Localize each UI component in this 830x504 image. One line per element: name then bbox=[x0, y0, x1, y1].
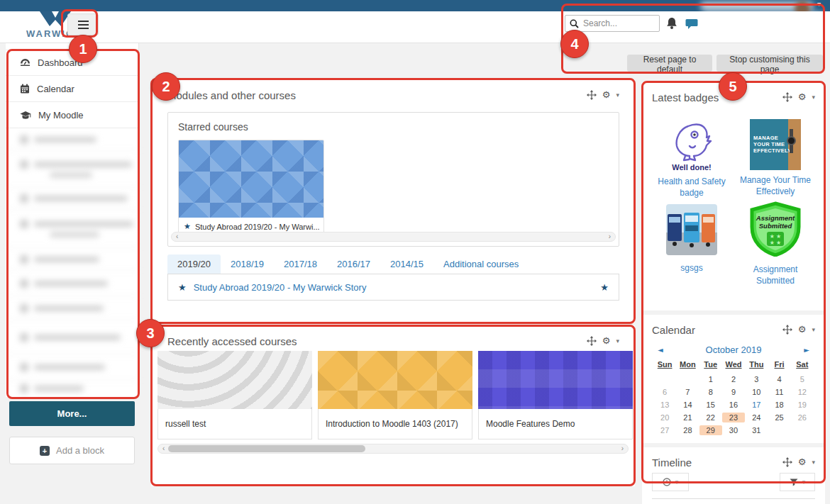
move-block-icon[interactable] bbox=[782, 457, 792, 467]
star-toggle-icon[interactable]: ★ bbox=[600, 282, 609, 293]
calendar-day[interactable]: 11 bbox=[768, 387, 790, 397]
calendar-day[interactable]: 10 bbox=[745, 387, 768, 397]
sidebar-item-blurred[interactable] bbox=[6, 210, 138, 248]
move-block-icon[interactable] bbox=[587, 336, 597, 346]
day-header[interactable]: Tue bbox=[699, 360, 722, 369]
timeline-filter-dropdown[interactable]: ▾ bbox=[780, 473, 815, 491]
recent-course-card[interactable]: Moodle Features Demo bbox=[478, 351, 633, 439]
day-header[interactable]: Fri bbox=[768, 360, 790, 369]
day-header[interactable]: Sat bbox=[791, 360, 814, 369]
move-block-icon[interactable] bbox=[587, 90, 597, 100]
chevron-down-icon[interactable]: ▾ bbox=[616, 337, 619, 345]
calendar-day[interactable]: 9 bbox=[722, 387, 745, 397]
prev-month-icon[interactable]: ◄ bbox=[652, 346, 669, 354]
calendar-day[interactable]: 26 bbox=[791, 413, 814, 422]
calendar-day[interactable]: 23 bbox=[722, 413, 745, 422]
search-input[interactable] bbox=[583, 18, 651, 28]
add-a-block-button[interactable]: + Add a block bbox=[9, 437, 135, 464]
starred-courses-scrollbar[interactable]: ‹ › bbox=[171, 232, 616, 242]
stop-customising-button[interactable]: Stop customising this page bbox=[716, 55, 823, 72]
star-icon[interactable]: ★ bbox=[178, 282, 187, 293]
scroll-left-icon[interactable]: ‹ bbox=[176, 233, 178, 241]
calendar-day[interactable]: 2 bbox=[722, 374, 745, 384]
next-month-icon[interactable]: ► bbox=[798, 346, 815, 354]
calendar-day[interactable]: 13 bbox=[653, 400, 676, 410]
user-menu-caret-icon[interactable]: ▾ bbox=[817, 1, 821, 8]
calendar-day[interactable]: 14 bbox=[676, 400, 699, 410]
calendar-day[interactable]: 16 bbox=[722, 400, 745, 410]
calendar-day[interactable]: 3 bbox=[745, 374, 768, 384]
tab-2017-18[interactable]: 2017/18 bbox=[274, 254, 327, 274]
calendar-day[interactable]: 5 bbox=[791, 374, 814, 384]
timeline-sort-dropdown[interactable]: ▾ bbox=[652, 473, 689, 491]
notifications-bell-icon[interactable] bbox=[666, 17, 677, 30]
calendar-day[interactable]: 12 bbox=[791, 387, 814, 397]
gear-icon[interactable]: ⚙ bbox=[602, 335, 611, 346]
sidebar-item-blurred[interactable] bbox=[6, 248, 138, 271]
sidebar-item-blurred[interactable] bbox=[6, 151, 138, 188]
sidebar-item-blurred[interactable] bbox=[6, 381, 138, 396]
gear-icon[interactable]: ⚙ bbox=[798, 457, 807, 467]
scroll-left-icon[interactable]: ‹ bbox=[162, 444, 165, 453]
tab-additional-courses[interactable]: Additional courses bbox=[433, 254, 529, 274]
calendar-day[interactable]: 25 bbox=[768, 413, 790, 422]
chevron-down-icon[interactable]: ▾ bbox=[812, 459, 815, 466]
calendar-day[interactable]: 1 bbox=[699, 374, 722, 384]
calendar-day[interactable]: 29 bbox=[699, 425, 722, 435]
badge-sgsgs[interactable]: sgsgs bbox=[651, 204, 733, 274]
sidebar-item-my-moodle[interactable]: My Moodle bbox=[6, 102, 138, 128]
move-block-icon[interactable] bbox=[782, 325, 792, 335]
badge-health-and-safety[interactable]: Well done! Health and Safety badge bbox=[651, 119, 733, 198]
calendar-day[interactable]: 4 bbox=[768, 374, 790, 384]
day-header[interactable]: Thu bbox=[745, 360, 768, 369]
recent-course-card[interactable]: russell test bbox=[157, 351, 312, 439]
calendar-day[interactable]: 21 bbox=[676, 413, 699, 422]
gear-icon[interactable]: ⚙ bbox=[798, 91, 807, 102]
calendar-day[interactable]: 8 bbox=[699, 387, 722, 397]
calendar-month-label[interactable]: October 2019 bbox=[669, 345, 799, 355]
sidebar-item-blurred[interactable] bbox=[6, 320, 138, 354]
sidebar-item-blurred[interactable] bbox=[6, 354, 138, 381]
calendar-day[interactable]: 31 bbox=[745, 425, 768, 435]
calendar-day[interactable]: 18 bbox=[768, 400, 790, 410]
recent-course-card[interactable]: Introduction to Moodle 1403 (2017) bbox=[318, 351, 472, 439]
day-header[interactable]: Sun bbox=[653, 360, 676, 369]
calendar-day[interactable]: 22 bbox=[699, 413, 722, 422]
sidebar-more-button[interactable]: More... bbox=[9, 401, 135, 426]
day-header[interactable]: Wed bbox=[722, 360, 745, 369]
tab-2016-17[interactable]: 2016/17 bbox=[327, 254, 380, 274]
calendar-day[interactable]: 24 bbox=[745, 413, 768, 422]
chevron-down-icon[interactable]: ▾ bbox=[616, 91, 619, 99]
badge-manage-your-time[interactable]: MANAGE YOUR TIME EFFECTIVELY Manage Your… bbox=[734, 119, 817, 197]
recent-courses-scrollbar[interactable]: ‹ › bbox=[157, 444, 629, 454]
sidebar-item-blurred[interactable] bbox=[6, 128, 138, 151]
calendar-day[interactable]: 20 bbox=[653, 413, 676, 422]
chevron-down-icon[interactable]: ▾ bbox=[812, 326, 815, 333]
day-header[interactable]: Mon bbox=[676, 360, 699, 369]
sidebar-item-blurred[interactable] bbox=[6, 188, 138, 210]
calendar-day[interactable]: 30 bbox=[722, 425, 745, 435]
hamburger-menu-button[interactable] bbox=[67, 13, 99, 35]
tab-2018-19[interactable]: 2018/19 bbox=[221, 254, 274, 274]
tab-2019-20[interactable]: 2019/20 bbox=[167, 254, 221, 274]
calendar-day[interactable]: 28 bbox=[676, 425, 699, 435]
star-icon[interactable]: ★ bbox=[184, 222, 191, 231]
tab-2014-15[interactable]: 2014/15 bbox=[380, 254, 433, 274]
calendar-day[interactable]: 17 bbox=[745, 400, 768, 410]
calendar-day[interactable]: 6 bbox=[653, 387, 676, 397]
sidebar-item-blurred[interactable] bbox=[6, 296, 138, 320]
calendar-day[interactable]: 15 bbox=[699, 400, 722, 410]
messages-chat-icon[interactable] bbox=[685, 18, 698, 30]
scroll-right-icon[interactable]: › bbox=[621, 444, 624, 453]
starred-course-card[interactable]: ★ Study Abroad 2019/20 - My Warwi... bbox=[178, 140, 324, 236]
badge-assignment-submitted[interactable]: Assignment Submitted ★ ★ ★ ★ Assignment … bbox=[734, 201, 817, 286]
course-link[interactable]: Study Abroad 2019/20 - My Warwick Story bbox=[194, 282, 367, 293]
scroll-right-icon[interactable]: › bbox=[609, 233, 611, 241]
scrollbar-thumb[interactable] bbox=[168, 445, 365, 452]
calendar-day[interactable]: 19 bbox=[791, 400, 814, 410]
reset-page-button[interactable]: Reset page to default bbox=[627, 55, 712, 72]
move-block-icon[interactable] bbox=[782, 92, 792, 102]
sidebar-item-blurred[interactable] bbox=[6, 271, 138, 296]
gear-icon[interactable]: ⚙ bbox=[798, 324, 807, 335]
calendar-day[interactable]: 7 bbox=[676, 387, 699, 397]
